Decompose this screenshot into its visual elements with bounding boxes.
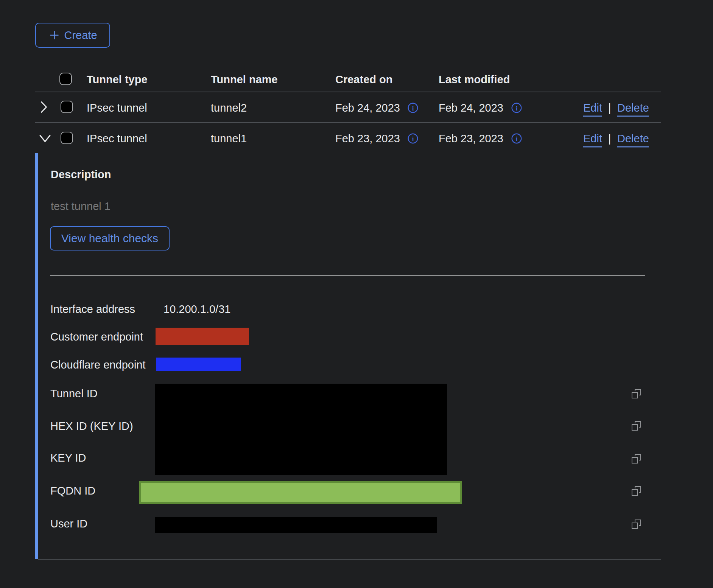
svg-text:i: i [412, 135, 414, 143]
svg-text:i: i [412, 105, 414, 112]
svg-text:i: i [516, 135, 518, 143]
svg-text:i: i [516, 105, 518, 112]
